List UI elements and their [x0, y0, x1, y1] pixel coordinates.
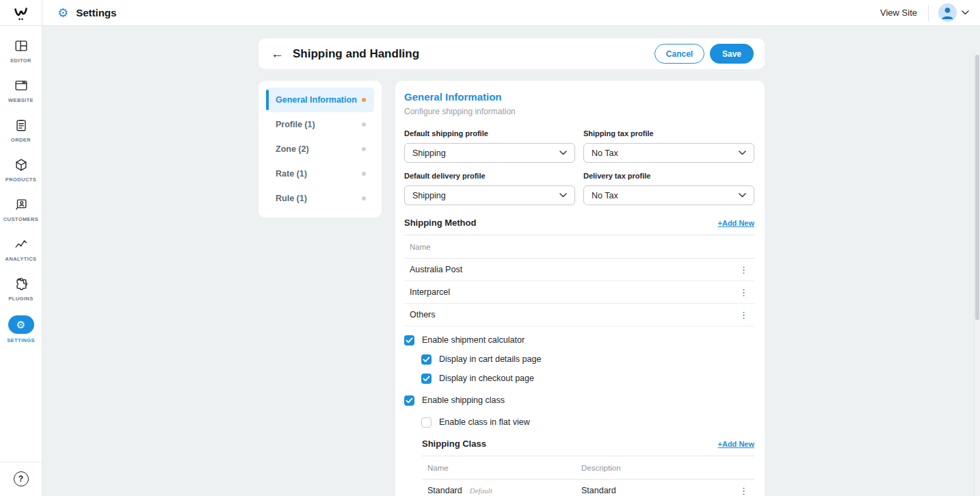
shipping-method-table: Name Australia Post ⋮ Interparcel ⋮ Othe… — [404, 235, 754, 326]
enable-class-flat-view-checkbox[interactable]: Enable class in flat view — [421, 417, 754, 428]
subnav-label: Rate (1) — [276, 169, 307, 179]
view-site-link[interactable]: View Site — [880, 8, 917, 18]
sidebar-item-settings[interactable]: ⚙ SETTINGS — [0, 315, 42, 355]
subnav-label: Rule (1) — [276, 194, 307, 203]
add-shipping-class-link[interactable]: +Add New — [718, 440, 754, 448]
class-name: Standard — [427, 486, 462, 495]
method-name: Others — [410, 310, 436, 319]
settings-subnav: General Information Profile (1) Zone (2)… — [259, 81, 382, 218]
avatar — [938, 3, 957, 22]
subnav-label: Profile (1) — [276, 120, 315, 129]
settings-active-pill: ⚙ — [8, 315, 34, 334]
scrollbar-thumb[interactable] — [975, 55, 979, 320]
panel-subtitle: Configure shipping information — [404, 107, 754, 116]
kebab-menu-icon[interactable]: ⋮ — [735, 288, 754, 297]
sidebar: EDITOR WEBSITE ORDER PRODUCTS CUSTOMERS — [0, 26, 42, 496]
chevron-down-icon — [559, 151, 567, 155]
subnav-item-zone[interactable]: Zone (2) — [266, 137, 374, 161]
table-header-row: Name Description — [422, 456, 754, 480]
general-information-panel: General Information Configure shipping i… — [395, 81, 765, 496]
select-value: Shipping — [412, 148, 446, 158]
checkbox-checked-icon — [404, 335, 414, 345]
page-title: Settings — [76, 7, 116, 18]
checkbox-label: Display in checkout page — [439, 374, 534, 383]
checkbox-label: Enable shipping class — [422, 395, 505, 405]
sidebar-label: ORDER — [11, 137, 31, 143]
scrollbar-track — [974, 52, 980, 496]
subnav-item-general-information[interactable]: General Information — [266, 88, 374, 112]
shipping-tax-profile-select[interactable]: No Tax — [583, 143, 754, 163]
app-window: ⚙ Settings View Site — [0, 0, 980, 496]
sidebar-label: CUSTOMERS — [3, 216, 38, 222]
default-delivery-profile-select[interactable]: Shipping — [404, 185, 575, 205]
sidebar-label: SETTINGS — [7, 337, 35, 343]
brand-logo[interactable] — [0, 0, 42, 25]
shipping-class-header: Shipping Class +Add New — [422, 439, 754, 449]
shipping-method-header: Shipping Method +Add New — [404, 218, 754, 228]
page-header-card: ← Shipping and Handling Cancel Save — [259, 38, 765, 69]
method-name: Interparcel — [410, 287, 450, 297]
kebab-menu-icon[interactable]: ⋮ — [735, 486, 754, 495]
save-button[interactable]: Save — [710, 44, 754, 64]
panel-title: General Information — [404, 91, 754, 103]
profile-fields: Default shipping profile Shipping Shippi… — [404, 120, 754, 205]
section-title: Shipping and Handling — [293, 47, 419, 61]
chevron-down-icon — [739, 151, 746, 155]
subnav-item-rule[interactable]: Rule (1) — [266, 186, 374, 211]
plugins-icon — [14, 276, 29, 292]
delivery-tax-profile-select[interactable]: No Tax — [583, 185, 754, 205]
help-icon[interactable]: ? — [14, 471, 29, 486]
sidebar-label: PRODUCTS — [5, 177, 36, 183]
kebab-menu-icon[interactable]: ⋮ — [735, 311, 754, 319]
settings-gear-icon: ⚙ — [57, 7, 68, 19]
checkbox-label: Enable class in flat view — [439, 417, 530, 427]
display-cart-details-checkbox[interactable]: Display in cart details page — [421, 354, 754, 365]
sidebar-item-editor[interactable]: EDITOR — [0, 38, 42, 77]
sidebar-item-order[interactable]: ORDER — [0, 117, 42, 157]
cancel-button[interactable]: Cancel — [654, 44, 704, 64]
chevron-down-icon — [559, 193, 567, 198]
sidebar-label: PLUGINS — [8, 296, 33, 302]
default-badge: Default — [470, 486, 492, 495]
checkbox-label: Enable shipment calculator — [422, 335, 525, 345]
enable-shipment-calculator-checkbox[interactable]: Enable shipment calculator — [404, 335, 754, 345]
shipping-class-table: Name Description Standard Default Standa… — [422, 456, 754, 496]
select-value: Shipping — [412, 191, 446, 200]
subnav-label: Zone (2) — [276, 144, 309, 154]
topbar-app-section: ⚙ Settings — [57, 7, 116, 19]
enable-shipping-class-checkbox[interactable]: Enable shipping class — [404, 395, 754, 406]
sidebar-item-products[interactable]: PRODUCTS — [0, 157, 42, 196]
checkbox-checked-icon — [404, 395, 414, 406]
field-label: Default shipping profile — [404, 129, 575, 138]
sidebar-label: WEBSITE — [8, 97, 34, 103]
topbar-divider — [928, 5, 929, 21]
kebab-menu-icon[interactable]: ⋮ — [735, 265, 754, 274]
analytics-icon — [14, 236, 29, 252]
checkbox-label: Display in cart details page — [439, 354, 541, 364]
subnav-item-profile[interactable]: Profile (1) — [266, 112, 374, 137]
class-description: Standard — [581, 486, 735, 495]
table-row: Standard Default Standard ⋮ — [422, 480, 754, 496]
table-row: Interparcel ⋮ — [404, 281, 754, 304]
add-shipping-method-link[interactable]: +Add New — [718, 219, 754, 227]
default-shipping-profile-select[interactable]: Shipping — [404, 143, 575, 163]
status-dot — [362, 196, 366, 200]
sidebar-item-customers[interactable]: CUSTOMERS — [0, 196, 42, 236]
display-checkout-checkbox[interactable]: Display in checkout page — [421, 373, 754, 384]
table-row: Others ⋮ — [404, 304, 754, 326]
account-menu[interactable] — [938, 3, 969, 22]
sidebar-label: ANALYTICS — [5, 256, 37, 262]
logo-w-icon — [12, 4, 30, 22]
back-arrow-icon[interactable]: ← — [271, 47, 284, 60]
customers-icon — [14, 196, 29, 213]
main-content: ← Shipping and Handling Cancel Save Gene… — [42, 26, 980, 496]
subnav-item-rate[interactable]: Rate (1) — [266, 161, 374, 186]
select-value: No Tax — [592, 148, 618, 158]
sidebar-item-website[interactable]: WEBSITE — [0, 77, 42, 117]
shipping-class-title: Shipping Class — [422, 439, 486, 449]
status-dot — [362, 147, 366, 151]
sidebar-item-analytics[interactable]: ANALYTICS — [0, 236, 42, 276]
sidebar-item-plugins[interactable]: PLUGINS — [0, 276, 42, 315]
sidebar-footer: ? — [0, 462, 42, 496]
column-header-description: Description — [581, 464, 754, 472]
